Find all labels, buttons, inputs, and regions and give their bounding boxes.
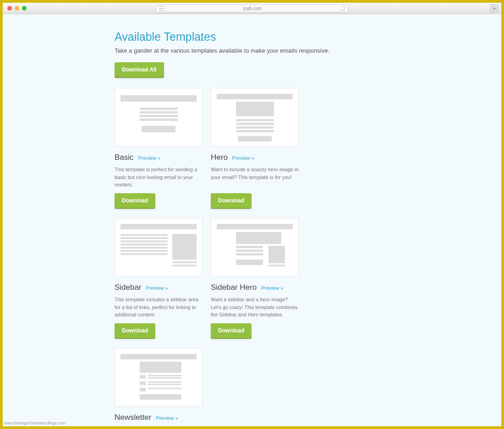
template-name: Newsletter [115, 413, 151, 422]
reader-icon[interactable] [159, 6, 164, 11]
download-button-sidebar-hero[interactable]: Download [211, 323, 252, 339]
template-thumb-sidebar [115, 218, 203, 277]
template-thumb-hero [211, 88, 299, 147]
preview-link-basic[interactable]: Preview » [138, 155, 160, 161]
window-controls [7, 6, 27, 11]
template-name: Basic [115, 153, 134, 162]
minimize-icon[interactable] [15, 6, 19, 11]
url-bar[interactable]: zurb.com [156, 5, 348, 12]
template-desc: Want a sidebar and a hero image? Let's g… [211, 296, 299, 319]
image-credit: www.heritagechristiancollege.com [4, 421, 66, 425]
templates-grid: Basic Preview » This template is perfect… [115, 88, 394, 426]
template-card-sidebar-hero: Sidebar Hero Preview » Want a sidebar an… [211, 218, 299, 339]
section-lead-templates: Take a gander at the various templates a… [115, 47, 394, 54]
template-card-hero: Hero Preview » Want to include a snazzy … [211, 88, 299, 209]
template-name: Hero [211, 153, 228, 162]
template-desc: Want to include a snazzy hero image in y… [211, 166, 299, 189]
template-thumb-newsletter [115, 348, 203, 407]
download-all-button[interactable]: Download All [115, 62, 164, 78]
template-name: Sidebar Hero [211, 283, 257, 292]
page-content: Available Templates Take a gander at the… [3, 14, 501, 426]
section-heading-templates: Available Templates [115, 30, 394, 43]
preview-link-sidebar[interactable]: Preview » [146, 285, 168, 291]
template-card-sidebar: Sidebar Preview » This template includes… [115, 218, 203, 339]
download-button-hero[interactable]: Download [211, 193, 252, 209]
viewport: Available Templates Take a gander at the… [3, 14, 501, 426]
template-desc: This template is perfect for a point-by-… [115, 426, 203, 426]
url-text: zurb.com [164, 6, 340, 11]
template-name: Sidebar [115, 283, 142, 292]
preview-link-sidebar-hero[interactable]: Preview » [261, 285, 283, 291]
template-desc: This template includes a sidebar area fo… [115, 296, 203, 319]
template-card-newsletter: Newsletter Preview » This template is pe… [115, 348, 203, 426]
template-card-basic: Basic Preview » This template is perfect… [115, 88, 203, 209]
download-button-sidebar[interactable]: Download [115, 323, 155, 339]
preview-link-newsletter[interactable]: Preview » [156, 415, 178, 421]
template-thumb-sidebar-hero [211, 218, 299, 277]
new-tab-button[interactable]: + [490, 4, 499, 12]
template-thumb-basic [115, 88, 203, 147]
preview-link-hero[interactable]: Preview » [232, 155, 254, 161]
maximize-icon[interactable] [22, 6, 27, 11]
reload-icon[interactable] [340, 5, 346, 11]
close-icon[interactable] [7, 6, 12, 11]
template-desc: This template is perfect for sending a b… [115, 166, 203, 189]
download-button-basic[interactable]: Download [115, 193, 155, 209]
browser-chrome: zurb.com + [3, 3, 501, 14]
